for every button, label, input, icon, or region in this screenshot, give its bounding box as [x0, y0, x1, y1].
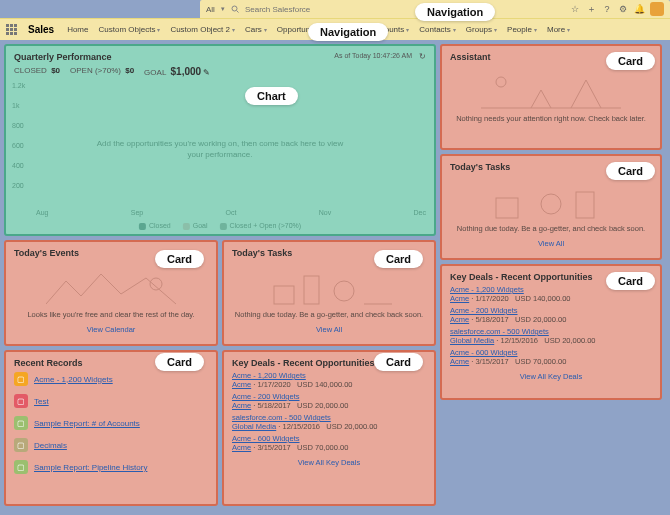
- recent-record-row[interactable]: ▢Sample Report: # of Accounts: [14, 412, 208, 434]
- key-deals-card-right: Key Deals - Recent Opportunities Acme - …: [440, 264, 662, 400]
- record-icon: ▢: [14, 416, 28, 430]
- recent-record-row[interactable]: ▢Sample Report: Pipeline History: [14, 456, 208, 478]
- quarterly-performance-chart: Quarterly Performance As of Today 10:47:…: [4, 44, 436, 236]
- deal-link[interactable]: Acme - 200 Widgets: [232, 392, 300, 401]
- svg-rect-11: [576, 192, 594, 218]
- record-icon: ▢: [14, 372, 28, 386]
- refresh-icon[interactable]: ↻: [419, 52, 426, 61]
- view-calendar-link[interactable]: View Calendar: [14, 325, 208, 334]
- nav-item-cars[interactable]: Cars▾: [242, 25, 270, 34]
- chevron-down-icon: ▾: [157, 26, 160, 33]
- card-title: Recent Records: [14, 358, 208, 368]
- nav-item-custom-objects[interactable]: Custom Objects▾: [95, 25, 163, 34]
- tasks-illustration: [232, 262, 426, 306]
- global-search-bar: All ▾ ☆ ＋ ? ⚙ 🔔: [200, 0, 670, 18]
- deal-link[interactable]: salesforce.com - 500 Widgets: [232, 413, 331, 422]
- todays-tasks-card-right: Today's Tasks Nothing due today. Be a go…: [440, 154, 662, 260]
- nav-item-more[interactable]: More▾: [544, 25, 573, 34]
- recent-record-row[interactable]: ▢Decimals: [14, 434, 208, 456]
- chevron-down-icon: ▾: [406, 26, 409, 33]
- chevron-down-icon: ▾: [264, 26, 267, 33]
- assistant-empty: Nothing needs your attention right now. …: [450, 114, 652, 123]
- chart-as-of: As of Today 10:47:26 AM: [334, 52, 412, 59]
- chevron-down-icon: ▾: [534, 26, 537, 33]
- svg-point-0: [232, 6, 237, 11]
- record-link[interactable]: Sample Report: Pipeline History: [34, 463, 147, 472]
- deal-row: Acme - 200 WidgetsAcme · 5/18/2017 USD 2…: [450, 306, 652, 324]
- avatar[interactable]: [650, 2, 664, 16]
- deal-link[interactable]: salesforce.com - 500 Widgets: [450, 327, 549, 336]
- deal-link[interactable]: Acme - 200 Widgets: [450, 306, 518, 315]
- nav-item-files[interactable]: Files▾: [336, 25, 364, 34]
- chart-metrics: CLOSED $0 OPEN (>70%) $0 GOAL $1,000 ✎: [14, 66, 426, 77]
- recent-records-card: Recent Records ▢Acme - 1,200 Widgets▢Tes…: [4, 350, 218, 506]
- svg-rect-3: [274, 286, 294, 304]
- events-empty: Looks like you're free and clear the res…: [14, 310, 208, 319]
- y-tick: 600: [12, 142, 24, 149]
- view-all-link[interactable]: View All: [232, 325, 426, 334]
- plus-icon[interactable]: ＋: [586, 4, 596, 14]
- deal-row: salesforce.com - 500 WidgetsGlobal Media…: [450, 327, 652, 345]
- recent-record-row[interactable]: ▢Test: [14, 390, 208, 412]
- x-axis: Aug Sep Oct Nov Dec: [36, 209, 426, 216]
- nav-item-opportunities[interactable]: Opportunities▾: [274, 25, 333, 34]
- chevron-down-icon: ▾: [326, 26, 329, 33]
- deal-link[interactable]: Acme - 600 Widgets: [232, 434, 300, 443]
- events-illustration: [14, 262, 208, 306]
- svg-point-7: [496, 77, 506, 87]
- chevron-down-icon: ▾: [232, 26, 235, 33]
- record-icon: ▢: [14, 394, 28, 408]
- search-input[interactable]: [245, 5, 564, 14]
- chevron-down-icon: ▾: [567, 26, 570, 33]
- x-tick: Sep: [131, 209, 143, 216]
- deal-link[interactable]: Acme - 1,200 Widgets: [232, 371, 306, 380]
- view-all-link[interactable]: View All: [450, 239, 652, 248]
- chevron-down-icon: ▾: [358, 26, 361, 33]
- view-all-key-deals-link[interactable]: View All Key Deals: [450, 372, 652, 381]
- primary-navigation: Sales Home Custom Objects▾ Custom Object…: [0, 18, 670, 40]
- deal-row: Acme - 1,200 WidgetsAcme · 1/17/2020 USD…: [450, 285, 652, 303]
- tasks-empty: Nothing due today. Be a go-getter, and c…: [450, 224, 652, 233]
- edit-icon[interactable]: ✎: [203, 68, 210, 77]
- record-link[interactable]: Decimals: [34, 441, 67, 450]
- card-title: Assistant: [450, 52, 652, 62]
- chevron-down-icon: ▾: [494, 26, 497, 33]
- svg-point-2: [150, 278, 162, 290]
- app-name: Sales: [28, 24, 54, 35]
- todays-tasks-card: Today's Tasks Nothing due today. Be a go…: [222, 240, 436, 346]
- nav-item-groups[interactable]: Groups▾: [463, 25, 500, 34]
- deal-row: Acme - 200 WidgetsAcme · 5/18/2017 USD 2…: [232, 392, 426, 410]
- record-link[interactable]: Sample Report: # of Accounts: [34, 419, 140, 428]
- deal-link[interactable]: Acme - 600 Widgets: [450, 348, 518, 357]
- nav-item-custom-object-2[interactable]: Custom Object 2▾: [167, 25, 238, 34]
- nav-item-accounts[interactable]: Accounts▾: [368, 25, 412, 34]
- y-tick: 400: [12, 162, 24, 169]
- star-icon[interactable]: ☆: [570, 4, 580, 14]
- app-launcher-icon[interactable]: [6, 24, 18, 36]
- tasks-illustration: [450, 176, 652, 220]
- deal-link[interactable]: Acme - 1,200 Widgets: [450, 285, 524, 294]
- gear-icon[interactable]: ⚙: [618, 4, 628, 14]
- x-tick: Oct: [226, 209, 237, 216]
- assistant-card: Assistant Nothing needs your attention r…: [440, 44, 662, 150]
- nav-item-home[interactable]: Home: [64, 25, 91, 34]
- deal-row: salesforce.com - 500 WidgetsGlobal Media…: [232, 413, 426, 431]
- record-link[interactable]: Test: [34, 397, 49, 406]
- record-link[interactable]: Acme - 1,200 Widgets: [34, 375, 113, 384]
- y-tick: 1.2k: [12, 82, 25, 89]
- bell-icon[interactable]: 🔔: [634, 4, 644, 14]
- nav-item-contacts[interactable]: Contacts▾: [416, 25, 459, 34]
- svg-line-1: [236, 11, 238, 13]
- help-icon[interactable]: ?: [602, 4, 612, 14]
- recent-record-row[interactable]: ▢Acme - 1,200 Widgets: [14, 368, 208, 390]
- y-tick: 1k: [12, 102, 19, 109]
- deal-row: Acme - 1,200 WidgetsAcme · 1/17/2020 USD…: [232, 371, 426, 389]
- svg-point-5: [334, 281, 354, 301]
- assistant-illustration: [450, 66, 652, 110]
- card-title: Today's Tasks: [232, 248, 426, 258]
- deal-row: Acme - 600 WidgetsAcme · 3/15/2017 USD 7…: [232, 434, 426, 452]
- search-scope[interactable]: All: [206, 5, 215, 14]
- nav-item-people[interactable]: People▾: [504, 25, 540, 34]
- search-icon: [231, 5, 239, 13]
- view-all-key-deals-link[interactable]: View All Key Deals: [232, 458, 426, 467]
